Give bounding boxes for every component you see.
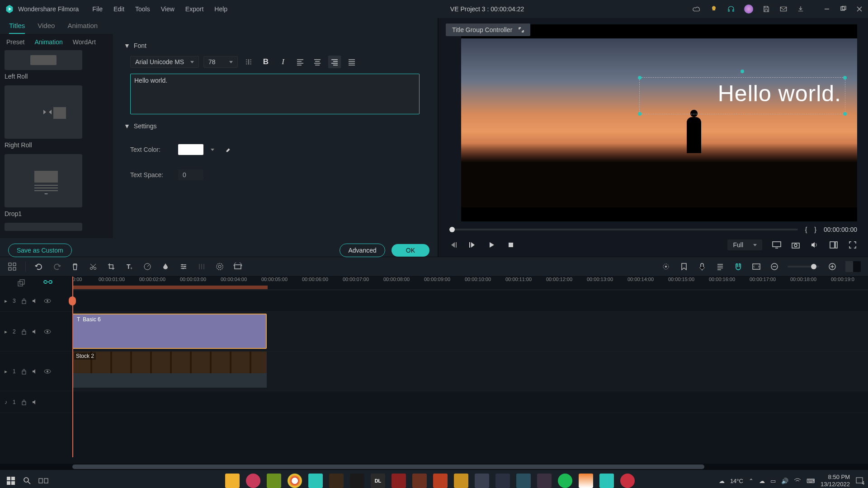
fullscreen-icon[interactable] (848, 240, 857, 249)
app-vlc-icon[interactable] (579, 474, 593, 488)
subtab-wordart[interactable]: WordArt (73, 38, 96, 46)
mute-icon[interactable] (32, 369, 38, 374)
preset-thumb-drop1[interactable] (5, 154, 82, 207)
display-icon[interactable] (772, 240, 781, 249)
fit-icon[interactable] (751, 262, 761, 272)
minimize-icon[interactable] (823, 5, 831, 13)
menu-file[interactable]: File (92, 5, 103, 13)
timeline-scrollbar[interactable] (0, 464, 868, 470)
app-spotify-icon[interactable] (558, 474, 572, 488)
download-icon[interactable] (797, 5, 805, 13)
keyframe-icon[interactable] (197, 262, 207, 272)
track-3-body[interactable] (72, 290, 868, 311)
marker-icon[interactable] (679, 262, 689, 272)
mail-icon[interactable] (779, 5, 788, 13)
link-icon[interactable] (43, 280, 52, 286)
playhead[interactable] (72, 277, 73, 457)
zoom-in-icon[interactable] (827, 262, 837, 272)
handle-rotate[interactable] (741, 70, 744, 73)
crop-icon[interactable] (106, 262, 116, 272)
zoom-out-icon[interactable] (769, 262, 779, 272)
lock-icon[interactable] (21, 298, 27, 304)
menu-tools[interactable]: Tools (135, 5, 150, 13)
grid-icon[interactable] (7, 262, 17, 272)
notifications-icon[interactable]: 4 (855, 477, 863, 485)
visibility-icon[interactable] (44, 369, 51, 374)
track-2-body[interactable]: TBasic 6 (72, 312, 868, 351)
delete-icon[interactable] (70, 262, 80, 272)
app-game6-icon[interactable] (454, 474, 468, 488)
text-icon[interactable]: T+ (124, 262, 134, 272)
app-game3-icon[interactable] (392, 474, 406, 488)
visibility-icon[interactable] (44, 299, 51, 303)
undo-icon[interactable] (34, 262, 44, 272)
section-font[interactable]: ▼ Font (124, 42, 427, 49)
time-ruler[interactable]: 0:00 00:00:01:00 00:00:02:00 00:00:03:00… (72, 277, 868, 290)
menu-view[interactable]: View (161, 5, 175, 13)
tab-animation[interactable]: Animation (67, 22, 98, 34)
tray-chevron-icon[interactable]: ⌃ (749, 478, 754, 484)
app-game2-icon[interactable] (350, 474, 364, 488)
scissors-icon[interactable] (88, 262, 98, 272)
app-dl-icon[interactable]: DL (371, 474, 385, 488)
app-game1-icon[interactable] (329, 474, 344, 488)
preset-thumb-right-roll[interactable] (5, 85, 82, 139)
track-type-icon[interactable]: ▸ (5, 298, 7, 304)
italic-button[interactable]: I (277, 56, 289, 68)
redo-icon[interactable] (52, 262, 62, 272)
title-clip[interactable]: TBasic 6 (72, 314, 267, 349)
cloud-icon[interactable] (693, 5, 701, 13)
tab-video[interactable]: Video (38, 22, 55, 34)
text-space-input[interactable]: 0 (178, 169, 203, 180)
stop-icon[interactable] (506, 240, 515, 249)
tray-volume-icon[interactable]: 🔊 (781, 478, 788, 484)
motion-icon[interactable] (233, 262, 243, 272)
clock[interactable]: 8:50 PM 13/12/2022 (821, 474, 850, 488)
expand-icon[interactable] (519, 27, 524, 33)
ok-button[interactable]: OK (392, 244, 429, 257)
text-color-swatch[interactable] (178, 144, 203, 155)
chevron-down-icon[interactable] (211, 149, 214, 151)
scrub-thumb[interactable] (449, 227, 455, 232)
maximize-icon[interactable] (839, 5, 847, 13)
app-red-icon[interactable] (620, 474, 635, 488)
preset-thumb-cut[interactable] (5, 223, 82, 231)
handle-tr[interactable] (843, 76, 847, 80)
volume-icon[interactable] (810, 240, 819, 249)
app-opera-icon[interactable] (246, 474, 260, 488)
speed-icon[interactable] (142, 262, 152, 272)
track-type-icon[interactable]: ♪ (5, 399, 7, 405)
video-clip[interactable]: Stock 2 (72, 352, 267, 373)
save-icon[interactable] (762, 5, 770, 13)
weather-temp[interactable]: 14°C (730, 478, 743, 484)
font-family-dropdown[interactable]: Arial Unicode MS (130, 56, 199, 68)
title-group-controller[interactable]: Title Group Controller (446, 23, 530, 36)
color-icon[interactable] (160, 262, 170, 272)
app-game8-icon[interactable] (495, 474, 510, 488)
eyedropper-icon[interactable] (225, 146, 232, 153)
scrub-track[interactable] (449, 229, 798, 230)
prev-frame-icon[interactable] (449, 240, 458, 249)
zoom-slider[interactable] (788, 266, 819, 267)
mixer-icon[interactable] (715, 262, 725, 272)
menu-export[interactable]: Export (185, 5, 203, 13)
align-justify-button[interactable] (345, 56, 358, 68)
advanced-button[interactable]: Advanced (340, 244, 385, 257)
app-filmora-icon[interactable] (308, 474, 323, 488)
title-text-input[interactable]: Hello world. (130, 74, 420, 114)
subtab-animation[interactable]: Animation (34, 38, 62, 46)
lock-icon[interactable] (21, 328, 27, 335)
bold-button[interactable]: B (259, 56, 272, 68)
handle-tl[interactable] (638, 76, 642, 80)
tray-onedrive-icon[interactable]: ☁ (759, 478, 765, 484)
lock-icon[interactable] (21, 368, 27, 375)
tray-battery-icon[interactable]: ▭ (770, 478, 776, 484)
mark-in[interactable]: { (805, 226, 807, 233)
magnet-icon[interactable] (733, 262, 743, 272)
audio-track-body[interactable] (72, 391, 868, 413)
handle-br[interactable] (843, 112, 847, 116)
subtab-preset[interactable]: Preset (6, 38, 24, 46)
app-game9-icon[interactable] (516, 474, 531, 488)
align-center-button[interactable] (311, 56, 324, 68)
handle-bl[interactable] (638, 112, 642, 116)
